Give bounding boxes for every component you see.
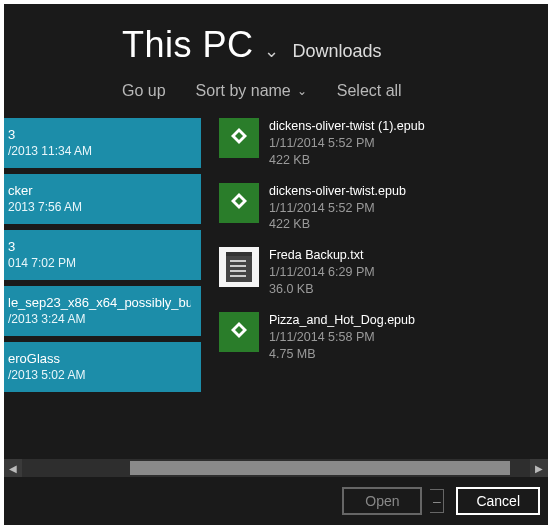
scrollbar-thumb[interactable] (130, 461, 510, 475)
file-meta: Freda Backup.txt 1/11/2014 6:29 PM 36.0 … (269, 247, 375, 298)
file-size: 422 KB (269, 152, 425, 169)
epub-icon (219, 118, 259, 158)
toolbar: Go up Sort by name ⌄ Select all (4, 76, 548, 116)
folder-tile[interactable]: le_sep23_x86_x64_possibly_bugge… /2013 3… (4, 286, 201, 336)
epub-icon (219, 312, 259, 352)
file-meta: dickens-oliver-twist (1).epub 1/11/2014 … (269, 118, 425, 169)
folder-column: 3 /2013 11:34 AM cker 2013 7:56 AM 3 014… (4, 116, 201, 453)
horizontal-scrollbar[interactable]: ◀ ▶ (4, 459, 548, 477)
file-name: Pizza_and_Hot_Dog.epub (269, 312, 415, 329)
cancel-label: Cancel (476, 493, 520, 509)
epub-icon (219, 183, 259, 223)
folder-name: Downloads (293, 27, 382, 62)
file-name: dickens-oliver-twist (1).epub (269, 118, 425, 135)
sort-label: Sort by name (196, 82, 291, 100)
folder-tile[interactable]: 3 /2013 11:34 AM (4, 118, 201, 168)
folder-tile[interactable]: 3 014 7:02 PM (4, 230, 201, 280)
scrollbar-track[interactable] (22, 459, 530, 477)
open-dropdown-icon[interactable]: – (430, 489, 444, 513)
folder-tile[interactable]: eroGlass /2013 5:02 AM (4, 342, 201, 392)
tile-date: 2013 7:56 AM (8, 200, 191, 216)
sort-button[interactable]: Sort by name ⌄ (196, 82, 307, 100)
header: This PC ⌄ Downloads (4, 4, 548, 76)
select-all-label: Select all (337, 82, 402, 100)
file-picker: This PC ⌄ Downloads Go up Sort by name ⌄… (4, 4, 548, 525)
file-item[interactable]: Freda Backup.txt 1/11/2014 6:29 PM 36.0 … (219, 247, 425, 298)
tile-name: cker (8, 183, 191, 200)
open-label: Open (365, 493, 399, 509)
go-up-button[interactable]: Go up (122, 82, 166, 100)
folder-tile[interactable]: cker 2013 7:56 AM (4, 174, 201, 224)
file-meta: Pizza_and_Hot_Dog.epub 1/11/2014 5:58 PM… (269, 312, 415, 363)
go-up-label: Go up (122, 82, 166, 100)
file-item[interactable]: Pizza_and_Hot_Dog.epub 1/11/2014 5:58 PM… (219, 312, 425, 363)
content-area: 3 /2013 11:34 AM cker 2013 7:56 AM 3 014… (4, 116, 548, 453)
file-date: 1/11/2014 5:52 PM (269, 200, 406, 217)
file-item[interactable]: dickens-oliver-twist (1).epub 1/11/2014 … (219, 118, 425, 169)
tile-date: /2013 5:02 AM (8, 368, 191, 384)
tile-date: 014 7:02 PM (8, 256, 191, 272)
chevron-down-icon: ⌄ (297, 84, 307, 98)
file-name: Freda Backup.txt (269, 247, 375, 264)
file-size: 422 KB (269, 216, 406, 233)
file-date: 1/11/2014 6:29 PM (269, 264, 375, 281)
file-item[interactable]: dickens-oliver-twist.epub 1/11/2014 5:52… (219, 183, 425, 234)
tile-name: 3 (8, 127, 191, 144)
tile-name: 3 (8, 239, 191, 256)
tile-date: /2013 3:24 AM (8, 312, 191, 328)
tile-name: le_sep23_x86_x64_possibly_bugge… (8, 295, 191, 312)
file-column: dickens-oliver-twist (1).epub 1/11/2014 … (219, 116, 425, 453)
cancel-button[interactable]: Cancel (456, 487, 540, 515)
chevron-down-icon[interactable]: ⌄ (264, 30, 279, 62)
file-date: 1/11/2014 5:52 PM (269, 135, 425, 152)
scroll-left-button[interactable]: ◀ (4, 459, 22, 477)
select-all-button[interactable]: Select all (337, 82, 402, 100)
tile-date: /2013 11:34 AM (8, 144, 191, 160)
file-size: 4.75 MB (269, 346, 415, 363)
file-meta: dickens-oliver-twist.epub 1/11/2014 5:52… (269, 183, 406, 234)
open-button[interactable]: Open (342, 487, 422, 515)
file-size: 36.0 KB (269, 281, 375, 298)
scroll-right-button[interactable]: ▶ (530, 459, 548, 477)
tile-name: eroGlass (8, 351, 191, 368)
txt-icon (219, 247, 259, 287)
location-title[interactable]: This PC (122, 24, 254, 66)
file-date: 1/11/2014 5:58 PM (269, 329, 415, 346)
footer: Open – Cancel (4, 477, 548, 525)
file-name: dickens-oliver-twist.epub (269, 183, 406, 200)
